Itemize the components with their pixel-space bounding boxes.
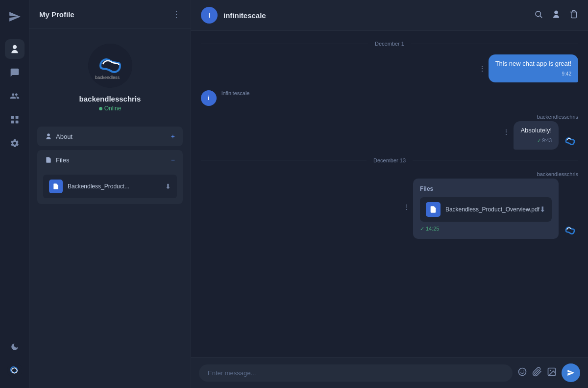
svg-point-9	[562, 222, 578, 239]
file-msg-download-icon[interactable]: ⬇	[539, 205, 546, 214]
file-name: Backendless_Product...	[68, 183, 129, 190]
file-message-options-icon[interactable]: ⋮	[403, 203, 410, 211]
files-toggle[interactable]: −	[171, 156, 175, 164]
chat-header: i infinitescale	[191, 0, 588, 31]
trash-icon[interactable]	[569, 10, 578, 21]
message-text: This new chat app is great!	[495, 60, 571, 67]
files-section: Files − Backendless_Product... ⬇	[37, 150, 183, 204]
incoming-group-1: i infinitescale	[201, 90, 578, 106]
file-message-row: Backendless_Product_Overview.pdf ⬇	[420, 197, 552, 222]
chat-messages: December 1 ⋮ This new chat app is great!…	[191, 31, 588, 357]
svg-rect-2	[11, 121, 14, 124]
svg-point-12	[523, 370, 524, 371]
files-label: Files	[56, 156, 69, 164]
avatar: backendless	[88, 44, 132, 88]
message-bubble-absolutely: Absolutely! ✓ 9:43	[514, 121, 559, 149]
chat-contact-avatar: i	[201, 7, 218, 24]
icon-sidebar	[0, 0, 29, 388]
message-text-2: Absolutely!	[520, 127, 552, 134]
user-icon[interactable]	[552, 10, 561, 21]
outgoing-sender-label: backendlesschris	[537, 114, 578, 120]
status-dot-icon	[99, 107, 102, 110]
file-msg-doc-icon	[426, 202, 441, 217]
about-section-header[interactable]: About +	[37, 127, 183, 146]
message-options-icon[interactable]: ⋮	[479, 65, 486, 73]
svg-point-8	[562, 133, 578, 150]
message-bubble-outgoing: This new chat app is great! 9:42	[489, 54, 578, 82]
sidebar-item-darkmode[interactable]	[5, 337, 24, 357]
date-divider-dec13: December 13	[201, 157, 578, 163]
sidebar-item-chat[interactable]	[5, 63, 24, 82]
date-divider-dec1: December 1	[201, 41, 578, 47]
date-label: December 1	[375, 41, 404, 47]
file-message-card: Files Backendless_Product_Overview.pdf	[413, 179, 559, 239]
sidebar-item-profile[interactable]	[5, 39, 24, 59]
send-button[interactable]	[562, 363, 580, 382]
message-row-outgoing-2: ⋮ backendlesschris Absolutely! ✓ 9:43	[201, 114, 578, 149]
message-row-file: ⋮ backendlesschris Files	[201, 171, 578, 239]
profile-panel-header: My Profile ⋮	[29, 0, 191, 29]
sidebar-item-settings[interactable]	[5, 133, 24, 153]
message-time: 9:42	[495, 71, 571, 78]
file-item: Backendless_Product... ⬇	[43, 175, 177, 198]
message-options-icon-2[interactable]: ⋮	[503, 128, 510, 136]
file-doc-icon	[49, 180, 63, 193]
svg-text:backendless: backendless	[95, 75, 120, 80]
about-label: About	[56, 133, 73, 140]
about-section: About +	[37, 127, 183, 146]
search-icon[interactable]	[534, 10, 543, 21]
message-time-2: 9:43	[542, 138, 552, 143]
profile-username: backendlesschris	[79, 95, 141, 103]
file-check-time: ✓ 14:25	[420, 226, 552, 232]
date-label-2: December 13	[373, 157, 406, 163]
svg-rect-3	[15, 121, 18, 124]
profile-options-icon[interactable]: ⋮	[172, 9, 181, 20]
svg-point-10	[519, 368, 526, 375]
profile-avatar-section: backendless backendlesschris Online	[29, 29, 191, 122]
about-icon	[45, 133, 52, 140]
chat-contact-name: infinitescale	[223, 11, 266, 20]
message-input[interactable]	[199, 364, 513, 382]
emoji-icon[interactable]	[517, 367, 527, 379]
file-sender-label: backendlesschris	[537, 171, 578, 177]
profile-sections: About + Files −	[29, 122, 191, 209]
svg-rect-1	[15, 116, 18, 119]
message-row-outgoing-1: ⋮ This new chat app is great! 9:42	[201, 54, 578, 82]
profile-panel: My Profile ⋮ backendless backendlesschri…	[29, 0, 191, 388]
incoming-sender-name: infinitescale	[221, 90, 249, 96]
svg-rect-0	[11, 116, 14, 119]
file-download-icon[interactable]: ⬇	[165, 182, 171, 190]
attachment-icon[interactable]	[532, 367, 542, 379]
app-logo[interactable]	[6, 8, 24, 26]
chat-area: i infinitescale	[191, 0, 588, 388]
profile-panel-title: My Profile	[39, 10, 74, 19]
about-toggle[interactable]: +	[171, 132, 175, 140]
profile-status: Online	[99, 105, 122, 112]
outgoing-avatar-2	[562, 133, 578, 150]
file-msg-name: Backendless_Product_Overview.pdf	[445, 206, 539, 213]
sidebar-item-contacts[interactable]	[5, 86, 24, 106]
svg-point-4	[7, 363, 22, 378]
svg-point-11	[521, 370, 522, 371]
incoming-avatar: i	[201, 90, 217, 106]
image-icon[interactable]	[547, 367, 557, 379]
sidebar-item-panels[interactable]	[5, 110, 24, 129]
files-icon	[45, 156, 52, 163]
chat-input-area	[191, 357, 588, 388]
files-content: Backendless_Product... ⬇	[37, 170, 183, 204]
svg-point-14	[550, 369, 551, 371]
file-check-icon: ✓	[420, 226, 424, 232]
svg-point-5	[88, 44, 132, 88]
sidebar-bottom-logo[interactable]	[5, 361, 24, 380]
outgoing-avatar-file	[562, 222, 578, 239]
files-section-header[interactable]: Files −	[37, 150, 183, 170]
file-section-label: Files	[420, 185, 552, 192]
check-icon: ✓	[537, 138, 541, 143]
chat-header-actions	[534, 10, 578, 21]
